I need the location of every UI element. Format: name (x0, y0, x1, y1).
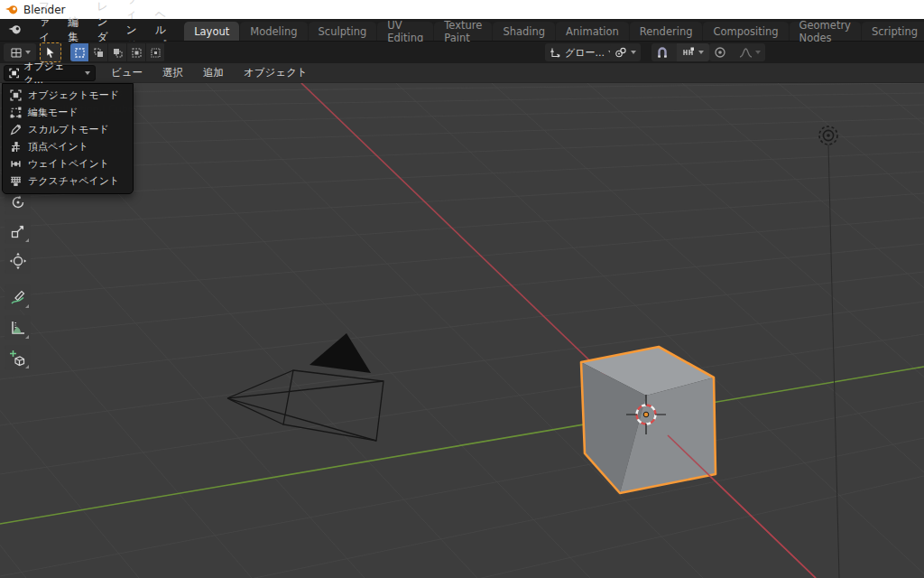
grid-lines-y (0, 83, 924, 578)
select-mode-new-button[interactable] (70, 43, 89, 61)
add-cube-icon (9, 350, 26, 367)
falloff-curve-icon (739, 47, 753, 59)
proportional-edit-group (709, 43, 765, 61)
magnet-icon (656, 46, 669, 59)
select-mode-group (70, 43, 165, 61)
tab-sculpting[interactable]: Sculpting (309, 22, 377, 41)
tool-settings-bar: グロー... (0, 42, 924, 63)
tab-texture-paint[interactable]: Texture Paint (434, 22, 492, 41)
vertex-paint-icon (10, 141, 22, 153)
annotate-pen-icon (10, 289, 26, 305)
mode-menu-item-object-mode[interactable]: オブジェクトモード (3, 87, 133, 104)
proportional-circle-icon (714, 46, 726, 59)
tab-modeling[interactable]: Modeling (240, 22, 307, 41)
subtool-indicator (25, 335, 29, 339)
measure-tool-icon (10, 320, 26, 336)
tool-add-cube-button[interactable] (5, 345, 31, 370)
tool-transform-button[interactable] (5, 248, 31, 274)
proportional-edit-toggle[interactable] (709, 43, 731, 61)
snap-increment-icon (682, 47, 695, 58)
texture-paint-icon (10, 175, 22, 187)
viewport-header: オブジェク... ビュー 選択 追加 オブジェクト (0, 63, 924, 83)
tab-rendering[interactable]: Rendering (630, 22, 703, 41)
select-mode-invert-button[interactable] (127, 43, 146, 61)
snapping-group (651, 43, 709, 61)
viewport-menu-view[interactable]: ビュー (101, 66, 152, 79)
subtool-indicator (25, 238, 29, 242)
chevron-down-icon (631, 51, 636, 54)
tab-animation[interactable]: Animation (556, 22, 629, 41)
chevron-down-icon (755, 51, 761, 54)
menu-edit[interactable]: 編集 (59, 19, 88, 41)
select-mode-intersect-button[interactable] (146, 43, 165, 61)
menu-render[interactable]: レンダー (88, 19, 116, 41)
sculpt-mode-icon (10, 124, 22, 135)
camera-object[interactable] (227, 333, 383, 441)
transform-orientation-dropdown[interactable]: グロー... (545, 43, 618, 61)
tool-scale-button[interactable] (5, 219, 31, 244)
menu-help[interactable]: ヘルプ (146, 19, 175, 41)
menu-window[interactable]: ウィンドウ (117, 19, 146, 41)
viewport-menu-add[interactable]: 追加 (193, 66, 234, 79)
blender-logo-icon (8, 24, 22, 35)
orientation-axes-icon (550, 47, 561, 59)
tab-geometry-nodes[interactable]: Geometry Nodes (790, 22, 861, 41)
edit-mode-icon (10, 107, 22, 118)
proportional-falloff-dropdown[interactable] (735, 43, 765, 61)
viewport-3d[interactable]: ユーザー・透視投影 (1) Collection | Cube (0, 83, 924, 578)
grid-lines-x (0, 83, 924, 578)
tab-scripting[interactable]: Scripting (862, 22, 924, 41)
pivot-point-icon (614, 47, 627, 59)
viewport-menu-select[interactable]: 選択 (152, 66, 193, 79)
tab-shading[interactable]: Shading (493, 22, 555, 41)
mode-dropdown-menu: オブジェクトモード 編集モード スカルプトモード 頂点ペイ (2, 83, 134, 194)
mode-dropdown[interactable]: オブジェク... (4, 65, 96, 81)
tool-measure-button[interactable] (5, 315, 31, 340)
mode-menu-item-weight-paint[interactable]: ウェイトペイント (3, 155, 133, 172)
tab-layout[interactable]: Layout (184, 22, 239, 41)
subtool-indicator (25, 365, 29, 368)
app-menu-button[interactable] (0, 19, 30, 41)
mode-menu-item-sculpt-mode[interactable]: スカルプトモード (3, 121, 133, 138)
mode-menu-item-edit-mode[interactable]: 編集モード (3, 104, 133, 121)
viewport-scene (0, 83, 924, 578)
rotate-tool-icon (10, 194, 26, 210)
menubar: ファイル 編集 レンダー ウィンドウ ヘルプ Layout Modeling S… (0, 19, 924, 42)
cursor-arrow-icon (45, 46, 56, 59)
chevron-down-icon (85, 71, 90, 75)
workspace-tabs: Layout Modeling Sculpting UV Editing Tex… (184, 19, 924, 41)
blender-window: Blender ファイル 編集 レンダー ウィンドウ ヘルプ Layout Mo… (0, 0, 924, 578)
blender-logo-icon (5, 5, 18, 15)
light-object[interactable] (819, 126, 839, 578)
snap-to-dropdown[interactable] (677, 43, 709, 61)
tab-compositing[interactable]: Compositing (703, 22, 788, 41)
chevron-down-icon (25, 51, 31, 54)
pivot-point-dropdown[interactable] (610, 43, 641, 61)
mode-menu-item-texture-paint[interactable]: テクスチャペイント (3, 172, 133, 190)
viewport-editor-icon (10, 47, 23, 59)
axis-x-red-front (668, 435, 816, 578)
chevron-down-icon (698, 51, 704, 54)
titlebar: Blender (0, 0, 924, 19)
scale-tool-icon (10, 223, 26, 239)
snap-toggle-button[interactable] (651, 43, 673, 61)
orientation-label: グロー... (565, 46, 605, 60)
select-mode-subtract-button[interactable] (108, 43, 127, 61)
select-mode-extend-button[interactable] (89, 43, 108, 61)
tool-annotate-button[interactable] (5, 284, 31, 310)
viewport-menus: ビュー 選択 追加 オブジェクト (101, 66, 318, 79)
editor-type-dropdown[interactable] (4, 43, 36, 61)
tab-uv-editing[interactable]: UV Editing (377, 22, 433, 41)
mode-menu-item-vertex-paint[interactable]: 頂点ペイント (3, 138, 133, 155)
camera-up-triangle (310, 333, 371, 373)
viewport-menu-object[interactable]: オブジェクト (234, 66, 318, 79)
object-mode-icon (9, 68, 19, 79)
object-mode-icon (10, 89, 22, 101)
weight-paint-icon (10, 158, 22, 170)
menu-file[interactable]: ファイル (30, 19, 59, 41)
transform-tool-icon (9, 252, 27, 270)
cube-object[interactable] (581, 347, 716, 493)
subtool-indicator (25, 304, 29, 308)
